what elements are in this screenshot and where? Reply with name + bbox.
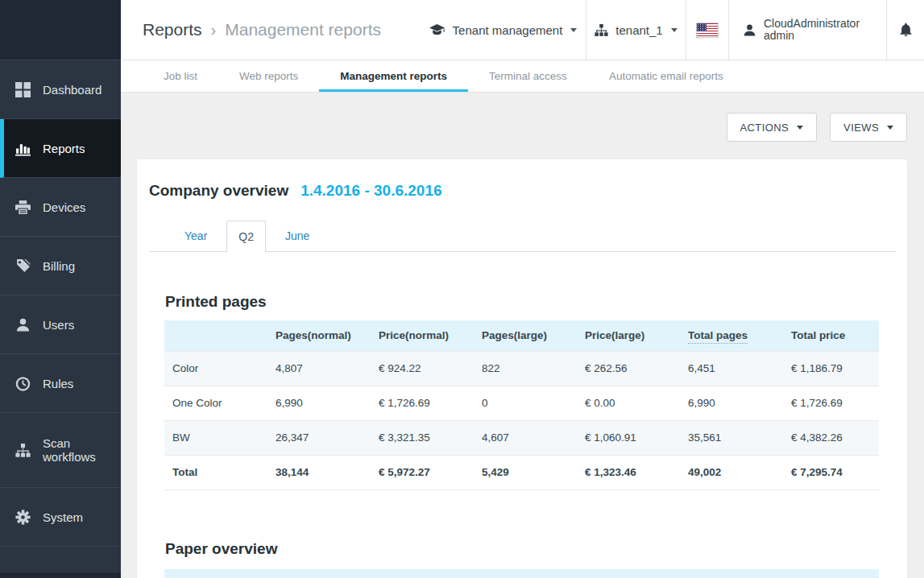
- sitemap-icon: [15, 443, 31, 458]
- column-header: Price(normal): [371, 320, 474, 351]
- tab-label: Job list: [164, 70, 197, 82]
- period-tab-q2[interactable]: Q2: [226, 221, 266, 252]
- actions-button-label: ACTIONS: [740, 122, 789, 134]
- notifications-button[interactable]: [886, 0, 924, 60]
- tenant-label: tenant_1: [615, 23, 662, 37]
- cell: 6,990: [680, 386, 783, 420]
- sidebar-item-label: Rules: [43, 377, 73, 390]
- top-bar: Reports › Management reports Tenant mana…: [121, 0, 924, 60]
- toolbar: ACTIONS VIEWS: [121, 93, 924, 142]
- breadcrumb: Reports › Management reports: [121, 0, 420, 60]
- cell: 6,451: [680, 351, 783, 386]
- period-tab-label: June: [285, 229, 309, 242]
- paper-overview-table-header: [164, 569, 879, 578]
- cell: € 1,726.69: [783, 386, 879, 420]
- breadcrumb-separator: ›: [211, 21, 217, 39]
- sidebar-item-label: Users: [43, 318, 74, 332]
- cell: € 1,186.79: [783, 351, 879, 386]
- column-header: Pages(normal): [267, 320, 371, 351]
- bar-chart-icon: [15, 141, 31, 156]
- column-header: Price(large): [577, 320, 680, 351]
- table-row: Color 4,807 € 924.22 822 € 262.56 6,451 …: [164, 351, 879, 386]
- tab-web-reports[interactable]: Web reports: [218, 60, 319, 92]
- period-tab-year[interactable]: Year: [165, 221, 226, 251]
- language-selector[interactable]: [686, 0, 728, 60]
- tab-management-reports[interactable]: Management reports: [319, 60, 468, 92]
- tenant-selector-dropdown[interactable]: tenant_1: [586, 0, 686, 60]
- sidebar-item-label: Dashboard: [43, 83, 102, 97]
- printed-pages-table: Pages(normal) Price(normal) Pages(large)…: [164, 320, 879, 490]
- report-date-range: 1.4.2016 - 30.6.2016: [300, 182, 441, 200]
- cell: 35,561: [680, 420, 783, 455]
- bell-icon: [899, 23, 913, 37]
- cell: € 1,323.46: [577, 455, 680, 489]
- cell: 38,144: [267, 455, 371, 489]
- row-label: BW: [164, 420, 267, 455]
- cell: € 5,972.27: [371, 455, 474, 489]
- column-header: Total price: [783, 320, 879, 351]
- sidebar-item-label: System: [43, 510, 83, 524]
- cell: € 1,726.69: [371, 386, 474, 420]
- period-tab-label: Q2: [238, 230, 254, 243]
- graduation-cap-icon: [429, 23, 445, 37]
- cell: € 7,295.74: [783, 455, 879, 489]
- user-name: CloudAdministrator: [764, 18, 860, 30]
- row-label: Total: [164, 455, 267, 489]
- sidebar-item-rules[interactable]: Rules: [0, 354, 121, 413]
- tab-automatic-email-reports[interactable]: Automatic email reports: [588, 60, 744, 92]
- clock-icon: [15, 376, 31, 391]
- report-title: Company overview: [149, 182, 288, 200]
- cell: € 924.22: [371, 351, 474, 386]
- user-menu[interactable]: CloudAdministrator admin: [728, 0, 886, 60]
- cell: € 1,060.91: [577, 420, 680, 455]
- paper-overview-title: Paper overview: [165, 540, 896, 558]
- cell: 0: [474, 386, 577, 420]
- column-header: Total pages: [680, 320, 783, 351]
- sidebar-item-scan-workflows[interactable]: Scan workflows: [0, 413, 121, 488]
- grid-icon: [15, 82, 31, 97]
- table-row: One Color 6,990 € 1,726.69 0 € 0.00 6,99…: [164, 386, 879, 420]
- views-button[interactable]: VIEWS: [830, 113, 907, 142]
- sidebar-item-dashboard[interactable]: Dashboard: [0, 60, 121, 119]
- table-header-row: Pages(normal) Price(normal) Pages(large)…: [164, 320, 879, 351]
- cell: 4,807: [267, 351, 371, 386]
- tab-terminal-access[interactable]: Terminal access: [468, 60, 588, 92]
- chevron-down-icon: [570, 28, 577, 32]
- period-tab-june[interactable]: June: [266, 221, 329, 251]
- logo-area: [0, 0, 121, 60]
- cell: 49,002: [680, 455, 783, 489]
- gear-icon: [15, 510, 31, 525]
- cell: € 4,382.26: [783, 420, 879, 455]
- user-info: CloudAdministrator admin: [764, 18, 860, 42]
- sidebar-item-label: Billing: [43, 259, 75, 273]
- printed-pages-title: Printed pages: [165, 293, 896, 311]
- table-row: BW 26,347 € 3,321.35 4,607 € 1,060.91 35…: [164, 420, 879, 455]
- sidebar-item-devices[interactable]: Devices: [0, 178, 121, 237]
- actions-button[interactable]: ACTIONS: [727, 113, 818, 142]
- user-icon: [15, 317, 31, 332]
- period-tabs: Year Q2 June: [149, 221, 896, 252]
- sidebar-item-reports[interactable]: Reports: [0, 119, 121, 178]
- tenant-management-dropdown[interactable]: Tenant management: [420, 0, 586, 60]
- main-area: Reports › Management reports Tenant mana…: [121, 0, 924, 578]
- tab-label: Web reports: [239, 70, 298, 82]
- cell: € 262.56: [577, 351, 680, 386]
- sidebar-item-label: Devices: [43, 200, 85, 214]
- chevron-down-icon: [887, 126, 893, 130]
- column-header: Pages(large): [474, 320, 577, 351]
- chevron-down-icon: [671, 28, 677, 32]
- breadcrumb-reports[interactable]: Reports: [143, 20, 202, 39]
- tenant-management-label: Tenant management: [453, 23, 563, 37]
- cell: 5,429: [474, 455, 577, 489]
- sidebar-item-system[interactable]: System: [0, 488, 121, 547]
- report-card: Company overview 1.4.2016 - 30.6.2016 Ye…: [137, 159, 907, 578]
- section-tabs: Job list Web reports Management reports …: [121, 60, 924, 93]
- sidebar-item-billing[interactable]: Billing: [0, 237, 121, 295]
- tab-job-list[interactable]: Job list: [143, 60, 218, 92]
- sidebar-item-users[interactable]: Users: [0, 295, 121, 354]
- hierarchy-icon: [595, 23, 608, 37]
- column-header-total-pages[interactable]: Total pages: [688, 329, 748, 344]
- table-row-total: Total 38,144 € 5,972.27 5,429 € 1,323.46…: [164, 455, 879, 489]
- cell: € 3,321.35: [371, 420, 474, 455]
- us-flag-icon: [696, 23, 719, 38]
